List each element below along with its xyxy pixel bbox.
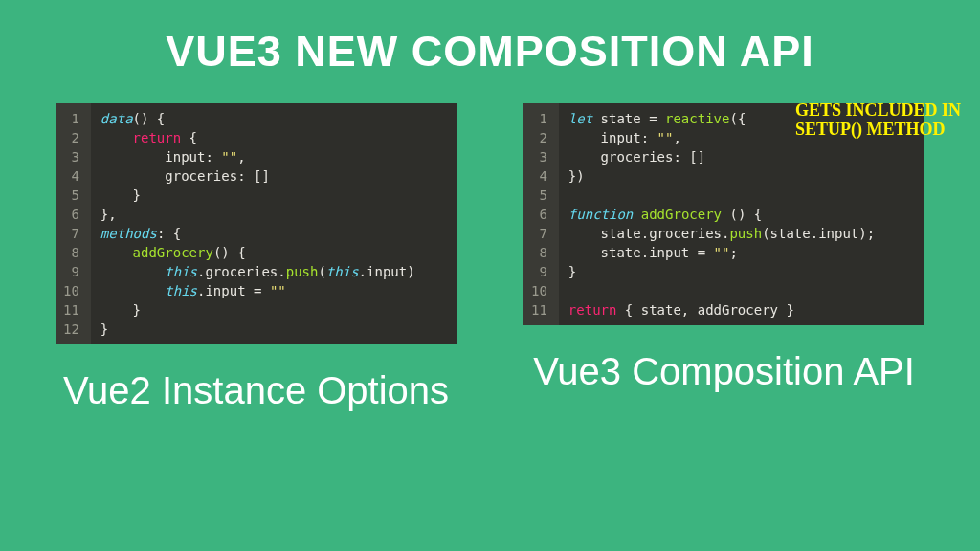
line-number: 6	[59, 205, 83, 224]
code-token: push	[729, 226, 762, 241]
line-number: 5	[527, 186, 551, 205]
line-number: 5	[59, 186, 83, 205]
line-number: 1	[59, 109, 83, 128]
slide-title: VUE3 NEW COMPOSITION API	[0, 0, 980, 84]
code-token: data	[100, 111, 133, 126]
handwritten-annotation: GETS INCLUDED IN SETUP() METHOD	[795, 101, 968, 140]
code-token: groceries: []	[100, 168, 270, 184]
code-token: .input =	[197, 283, 270, 298]
line-number: 12	[59, 320, 83, 339]
line-number: 4	[59, 166, 83, 186]
left-subtitle: Vue2 Instance Options	[56, 367, 457, 413]
line-number: 9	[59, 262, 83, 281]
code-token: },	[100, 207, 117, 222]
code-token: this	[326, 264, 359, 279]
code-token: addGrocery	[641, 207, 722, 222]
line-number: 11	[527, 300, 551, 320]
code-token: return	[568, 302, 617, 318]
code-token: }	[100, 302, 141, 318]
left-code-block: 123456789101112 data() { return { input:…	[56, 103, 457, 344]
code-token: push	[286, 264, 319, 279]
line-number: 7	[527, 224, 551, 243]
code-token: ,	[237, 149, 245, 165]
right-gutter: 1234567891011	[523, 103, 559, 325]
code-token: state.input =	[568, 245, 714, 260]
code-token: }	[100, 187, 141, 203]
line-number: 2	[59, 128, 83, 147]
code-token: (state.input);	[762, 226, 875, 241]
code-token: groceries: []	[568, 149, 705, 165]
code-token: return	[133, 130, 182, 145]
columns-wrap: 123456789101112 data() { return { input:…	[0, 84, 980, 413]
code-token: let	[568, 111, 592, 126]
line-number: 9	[527, 262, 551, 281]
code-token: this	[165, 283, 197, 298]
code-token: ""	[270, 283, 286, 298]
code-token: methods	[100, 226, 157, 241]
line-number: 11	[59, 300, 83, 320]
code-token: ;	[729, 245, 737, 260]
right-column: GETS INCLUDED IN SETUP() METHOD 12345678…	[523, 103, 924, 413]
line-number: 8	[527, 243, 551, 262]
code-token: .input)	[359, 264, 415, 279]
code-token: { state, addGrocery }	[616, 302, 793, 318]
line-number: 10	[527, 281, 551, 300]
code-token: input:	[568, 130, 657, 145]
code-token: function	[568, 207, 633, 222]
code-token: reactive	[665, 111, 729, 126]
code-token: (	[318, 264, 325, 279]
left-code: data() { return { input: "", groceries: …	[91, 103, 425, 344]
line-number: 3	[527, 147, 551, 166]
line-number: 2	[527, 128, 551, 147]
code-token: this	[165, 264, 197, 279]
code-token: ""	[657, 130, 674, 145]
code-token: ""	[714, 245, 730, 260]
code-token: () {	[722, 207, 762, 222]
code-token: () {	[213, 245, 246, 260]
code-token: ,	[673, 130, 680, 145]
line-number: 10	[59, 281, 83, 300]
line-number: 7	[59, 224, 83, 243]
code-token: addGrocery	[133, 245, 213, 260]
code-token: () {	[133, 111, 166, 126]
right-subtitle: Vue3 Composition API	[523, 348, 924, 394]
code-token: input:	[100, 149, 221, 165]
code-token: })	[568, 168, 585, 184]
left-gutter: 123456789101112	[56, 103, 91, 344]
code-token: }	[100, 321, 108, 337]
line-number: 6	[527, 205, 551, 224]
line-number: 3	[59, 147, 83, 166]
code-token: ""	[221, 149, 237, 165]
line-number: 4	[527, 166, 551, 186]
code-token: }	[568, 264, 576, 279]
left-column: 123456789101112 data() { return { input:…	[56, 103, 457, 413]
line-number: 8	[59, 243, 83, 262]
code-token: ({	[729, 111, 746, 126]
code-token: state =	[592, 111, 665, 126]
code-token: : {	[157, 226, 181, 241]
code-token: {	[181, 130, 197, 145]
line-number: 1	[527, 109, 551, 128]
code-token: .groceries.	[197, 264, 286, 279]
code-token: state.groceries.	[568, 226, 730, 241]
